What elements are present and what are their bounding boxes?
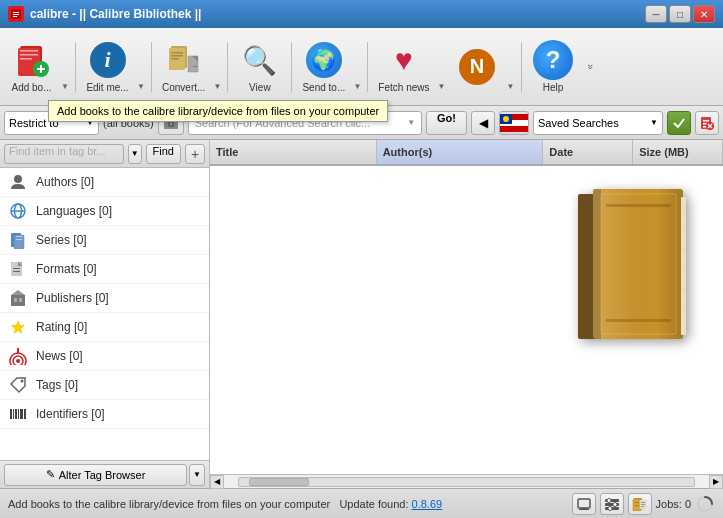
publishers-label: Publishers [0]	[36, 291, 109, 305]
book-list-button[interactable]	[628, 493, 652, 515]
titlebar-controls: ─ □ ✕	[645, 5, 715, 23]
svg-point-54	[21, 380, 24, 383]
plugin-arrow[interactable]: ▼	[505, 34, 517, 99]
svg-rect-73	[606, 204, 671, 207]
preferences-button[interactable]	[600, 493, 624, 515]
tags-icon	[8, 375, 28, 395]
publishers-icon	[8, 288, 28, 308]
svg-rect-60	[24, 409, 26, 419]
rating-label: Rating [0]	[36, 320, 87, 334]
edit-metadata-button[interactable]: i Edit me...	[80, 34, 135, 99]
svg-rect-56	[13, 409, 14, 419]
book-panel: Title Author(s) Date Size (MB)	[210, 140, 723, 488]
main-area: Find item in tag br... ▼ Find + Authors …	[0, 140, 723, 488]
language-flag-button[interactable]	[499, 111, 529, 135]
add-books-button[interactable]: Add bo...	[4, 34, 59, 99]
svg-marker-49	[11, 320, 25, 334]
device-button[interactable]	[572, 493, 596, 515]
add-books-label: Add bo...	[11, 82, 51, 93]
svg-rect-41	[16, 239, 22, 240]
alter-tag-browser-button[interactable]: ✎ Alter Tag Browser	[4, 464, 187, 486]
add-books-arrow[interactable]: ▼	[59, 34, 71, 99]
tag-item-formats[interactable]: Formats [0]	[0, 255, 209, 284]
svg-point-81	[607, 498, 611, 502]
separator-4	[291, 42, 292, 92]
book-table-body	[210, 166, 723, 474]
column-header-size[interactable]: Size (MB)	[633, 140, 723, 164]
svg-rect-63	[593, 189, 683, 339]
help-label: Help	[543, 82, 564, 93]
column-header-date[interactable]: Date	[543, 140, 633, 164]
tag-item-news[interactable]: News [0]	[0, 342, 209, 371]
book-cover-image	[573, 186, 693, 346]
plugin-button[interactable]: N	[450, 34, 505, 99]
hscroll-thumb[interactable]	[249, 478, 309, 486]
saved-searches-dropdown[interactable]: Saved Searches ▼	[533, 111, 663, 135]
fetch-news-arrow[interactable]: ▼	[436, 34, 448, 99]
languages-icon	[8, 201, 28, 221]
close-button[interactable]: ✕	[693, 5, 715, 23]
jobs-spinner	[695, 494, 715, 514]
tag-item-rating[interactable]: Rating [0]	[0, 313, 209, 342]
column-header-authors[interactable]: Author(s)	[377, 140, 544, 164]
update-version-link[interactable]: 0.8.69	[412, 498, 443, 510]
edit-metadata-icon: i	[88, 40, 128, 80]
book-horizontal-scrollbar[interactable]: ◀ ▶	[210, 474, 723, 488]
tag-item-identifiers[interactable]: Identifiers [0]	[0, 400, 209, 429]
svg-rect-43	[13, 268, 20, 269]
clear-search-button[interactable]	[695, 111, 719, 135]
identifiers-icon	[8, 404, 28, 424]
svg-rect-75	[578, 499, 590, 508]
svg-rect-90	[641, 504, 645, 505]
tag-item-languages[interactable]: Languages [0]	[0, 197, 209, 226]
svg-rect-45	[11, 295, 25, 306]
send-icon: 🌍	[304, 40, 344, 80]
send-button[interactable]: 🌍 Send to...	[296, 34, 351, 99]
convert-icon: →	[164, 40, 204, 80]
tag-item-authors[interactable]: Authors [0]	[0, 168, 209, 197]
send-arrow[interactable]: ▼	[351, 34, 363, 99]
svg-rect-2	[13, 14, 19, 15]
svg-rect-40	[16, 236, 22, 237]
prev-search-button[interactable]: ◀	[471, 111, 495, 135]
help-button[interactable]: ? Help	[526, 34, 581, 99]
more-tools-button[interactable]: »	[585, 64, 596, 70]
find-options-button[interactable]: +	[185, 144, 205, 164]
maximize-button[interactable]: □	[669, 5, 691, 23]
fetch-news-button[interactable]: ♥ Fetch news	[372, 34, 435, 99]
jobs-label: Jobs: 0	[656, 498, 691, 510]
tag-item-series[interactable]: Series [0]	[0, 226, 209, 255]
svg-rect-64	[593, 189, 601, 339]
tag-find-input[interactable]: Find item in tag br...	[4, 144, 124, 164]
column-header-title[interactable]: Title	[210, 140, 377, 164]
languages-label: Languages [0]	[36, 204, 112, 218]
hscroll-right-arrow[interactable]: ▶	[709, 475, 723, 489]
series-label: Series [0]	[36, 233, 87, 247]
toolbar: Add bo... ▼ i Edit me... ▼	[0, 28, 723, 106]
edit-metadata-arrow[interactable]: ▼	[135, 34, 147, 99]
find-button[interactable]: Find	[146, 144, 181, 164]
convert-button[interactable]: → Convert...	[156, 34, 211, 99]
convert-arrow[interactable]: ▼	[211, 34, 223, 99]
svg-rect-8	[20, 58, 32, 60]
hscroll-left-arrow[interactable]: ◀	[210, 475, 224, 489]
svg-point-83	[608, 506, 612, 510]
view-button[interactable]: 🔍 View	[232, 34, 287, 99]
tag-item-tags[interactable]: Tags [0]	[0, 371, 209, 400]
news-icon	[8, 346, 28, 366]
go-button[interactable]: Go!	[426, 111, 467, 135]
minimize-button[interactable]: ─	[645, 5, 667, 23]
fetch-news-label: Fetch news	[378, 82, 429, 93]
svg-rect-3	[13, 16, 17, 17]
series-icon	[8, 230, 28, 250]
send-label: Send to...	[302, 82, 345, 93]
tag-item-publishers[interactable]: Publishers [0]	[0, 284, 209, 313]
alter-tag-dropdown-arrow[interactable]: ▼	[189, 464, 205, 486]
svg-rect-87	[635, 505, 639, 506]
authors-label: Authors [0]	[36, 175, 94, 189]
svg-point-50	[16, 359, 20, 363]
find-dropdown-arrow[interactable]: ▼	[128, 144, 142, 164]
svg-rect-57	[15, 409, 17, 419]
save-search-button[interactable]	[667, 111, 691, 135]
separator-1	[75, 42, 76, 92]
